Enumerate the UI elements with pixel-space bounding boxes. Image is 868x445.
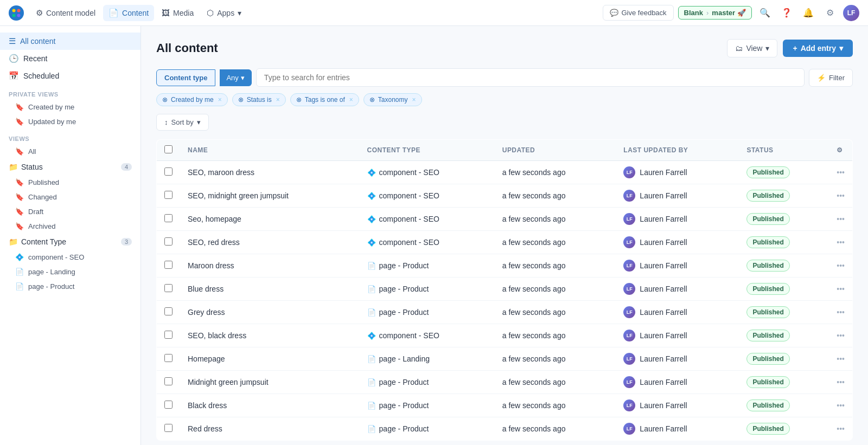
svg-point-2 [17,9,21,12]
entry-name[interactable]: Maroon dress [188,261,234,270]
sidebar-item-recent[interactable]: 🕒 Recent [0,50,141,67]
entry-name[interactable]: Red dress [188,424,222,433]
row-more-button[interactable]: ••• [837,215,845,223]
nav-content-model[interactable]: ⚙ Content model [30,5,101,21]
sidebar-item-page-landing[interactable]: 📄 page - Landing [0,265,141,279]
sidebar-content-type-group[interactable]: 📁 Content Type 3 [0,234,141,250]
row-more-button[interactable]: ••• [837,424,845,433]
private-views-label: Private views [0,85,141,100]
filter-tag-icon-0: ⊗ [162,96,168,104]
sidebar-item-archived[interactable]: 🔖 Archived [0,219,141,234]
table-settings-icon[interactable]: ⚙ [837,146,843,154]
sidebar-item-component-seo[interactable]: 💠 component - SEO [0,250,141,265]
entry-name[interactable]: Blue dress [188,285,224,293]
nav-apps[interactable]: ⬡ Apps ▾ [201,5,247,21]
sidebar-item-all[interactable]: 🔖 All [0,144,141,159]
row-checkbox[interactable] [164,167,173,176]
status-badge: Published [746,399,789,411]
sidebar-item-created-by-me[interactable]: 🔖 Created by me [0,100,141,114]
sidebar-item-all-content[interactable]: ☰ All content [0,33,141,50]
created-by-me-icon: 🔖 [15,103,24,111]
filter-tag-status-is[interactable]: ⊗ Status is × [232,93,286,106]
entry-name[interactable]: Seo, homepage [188,215,241,223]
row-more-button[interactable]: ••• [837,378,845,386]
status-badge: Published [746,190,789,202]
content-type-button[interactable]: Content type [156,69,215,86]
row-checkbox[interactable] [164,307,173,315]
notifications-button[interactable]: 🔔 [800,4,817,22]
row-updated-cell: a few seconds ago [495,231,616,254]
entry-name[interactable]: SEO, red dress [188,238,240,247]
row-checkbox[interactable] [164,354,173,362]
status-badge: Published [746,166,789,178]
sort-button[interactable]: ↕ Sort by ▾ [156,114,209,131]
updated-by-name: Lauren Farrell [640,215,687,223]
filter-tag-tags-is-one-of[interactable]: ⊗ Tags is one of × [290,93,359,106]
add-entry-button[interactable]: + Add entry ▾ [783,40,853,57]
row-more-button[interactable]: ••• [837,354,845,363]
entry-name[interactable]: SEO, midnight green jumpsuit [188,191,289,200]
row-checkbox[interactable] [164,424,173,432]
entry-name[interactable]: Midnight green jumpsuit [188,378,269,386]
sidebar-item-page-product[interactable]: 📄 page - Product [0,279,141,294]
settings-icon: ⚙ [826,8,834,18]
feedback-button[interactable]: 💬 Give feedback [603,5,674,21]
status-badge: Published [746,213,789,225]
remove-filter-2[interactable]: × [349,96,353,104]
page-header: All content 🗂 View ▾ + Add entry ▾ [156,39,853,57]
select-all-checkbox[interactable] [164,145,173,153]
row-more-button[interactable]: ••• [837,401,845,410]
row-checkbox[interactable] [164,377,173,385]
component-seo-icon: 💠 [15,253,24,261]
row-checkbox[interactable] [164,237,173,246]
row-content-type-cell: 📄 page - Product [360,254,495,278]
row-checkbox[interactable] [164,284,173,292]
row-checkbox[interactable] [164,214,173,222]
th-settings[interactable]: ⚙ [829,140,852,161]
row-checkbox[interactable] [164,261,173,269]
filter-button[interactable]: ⚡ Filter [809,69,853,87]
row-checkbox[interactable] [164,191,173,199]
filter-tag-taxonomy[interactable]: ⊗ Taxonomy × [363,93,422,106]
sidebar-item-updated-by-me[interactable]: 🔖 Updated by me [0,114,141,129]
row-name-cell: SEO, black dress [180,324,360,347]
row-more-button[interactable]: ••• [837,168,845,177]
env-badge[interactable]: Blank › master 🚀 [678,6,752,20]
sidebar-item-published[interactable]: 🔖 Published [0,175,141,190]
remove-filter-1[interactable]: × [276,96,280,104]
entry-name[interactable]: SEO, black dress [188,331,246,340]
nav-media[interactable]: 🖼 Media [156,5,199,21]
search-button[interactable]: 🔍 [756,4,774,22]
row-more-button[interactable]: ••• [837,285,845,293]
any-filter-button[interactable]: Any ▾ [220,69,251,86]
remove-filter-0[interactable]: × [218,96,222,104]
row-updated-by-cell: LF Lauren Farrell [616,324,739,347]
row-updated-cell: a few seconds ago [495,208,616,231]
entry-name[interactable]: SEO, maroon dress [188,168,254,177]
view-button[interactable]: 🗂 View ▾ [727,39,777,57]
search-input[interactable] [256,68,805,87]
row-status-cell: Published [739,231,829,254]
remove-filter-3[interactable]: × [412,96,416,104]
filter-tag-created-by-me[interactable]: ⊗ Created by me × [156,93,228,106]
row-more-button[interactable]: ••• [837,238,845,247]
sidebar-status-group[interactable]: 📁 Status 4 [0,159,141,175]
row-content-type-cell: 📄 page - Landing [360,347,495,371]
row-checkbox[interactable] [164,331,173,339]
sidebar-item-draft[interactable]: 🔖 Draft [0,204,141,219]
user-avatar[interactable]: LF [843,5,859,21]
row-more-button[interactable]: ••• [837,308,845,317]
entry-name[interactable]: Homepage [188,354,225,363]
row-actions-cell: ••• [829,231,852,254]
sidebar-item-scheduled[interactable]: 📅 Scheduled [0,67,141,85]
settings-button[interactable]: ⚙ [821,4,839,22]
nav-content[interactable]: 📄 Content [103,5,154,21]
row-more-button[interactable]: ••• [837,331,845,340]
row-more-button[interactable]: ••• [837,191,845,200]
sidebar-item-changed[interactable]: 🔖 Changed [0,190,141,204]
row-checkbox[interactable] [164,401,173,409]
help-button[interactable]: ❓ [778,4,795,22]
entry-name[interactable]: Grey dress [188,308,225,317]
entry-name[interactable]: Black dress [188,401,227,410]
row-more-button[interactable]: ••• [837,261,845,270]
